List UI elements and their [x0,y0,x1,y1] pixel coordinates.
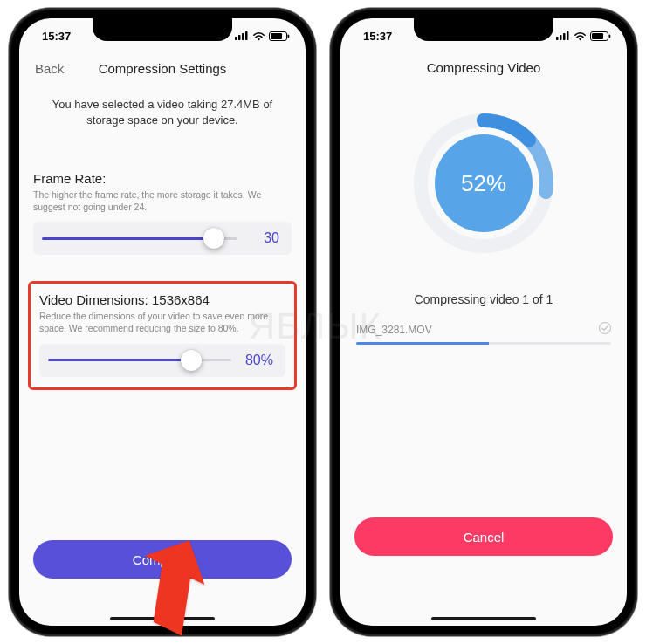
cancel-button-label: Cancel [464,530,505,545]
file-name: IMG_3281.MOV [356,324,432,336]
video-dimensions-desc: Reduce the dimensions of your video to s… [39,311,285,334]
status-time: 15:37 [42,30,71,43]
slider-thumb[interactable] [181,350,202,371]
svg-rect-0 [235,37,237,40]
phone-frame-left: 15:37 Back Compression Settings You have… [9,8,316,636]
svg-rect-1 [238,35,241,40]
status-icons [235,31,290,41]
frame-rate-slider[interactable]: 30 [33,222,292,255]
svg-rect-5 [271,33,282,39]
wifi-icon [252,31,265,41]
battery-icon [590,31,611,41]
status-time: 15:37 [363,30,392,43]
status-icons [556,31,611,41]
svg-rect-7 [556,37,559,40]
notch [93,18,232,41]
frame-rate-value: 30 [248,230,279,246]
check-icon [599,322,611,337]
signal-icon [556,31,570,40]
slider-thumb[interactable] [203,228,224,249]
file-progress-bar [356,342,611,345]
slider-track [48,359,231,361]
svg-rect-12 [592,33,603,39]
cancel-button[interactable]: Cancel [354,517,613,556]
svg-rect-8 [560,35,562,40]
svg-rect-6 [288,34,290,38]
video-dimensions-value: 80% [242,353,273,368]
home-indicator[interactable] [431,617,536,620]
video-dimensions-title: Video Dimensions: 1536x864 [39,292,285,307]
svg-rect-3 [245,31,248,40]
progress-message: Compressing video 1 of 1 [354,292,613,306]
info-text: You have selected a video taking 27.4MB … [33,83,292,127]
back-button[interactable]: Back [35,61,64,76]
svg-rect-10 [567,31,569,40]
progress-percent: 52% [461,170,506,196]
slider-track [42,237,237,240]
screen-right: 15:37 Compressing Video 52% [340,18,627,626]
progress-circle: 52% [354,109,613,257]
screen-left: 15:37 Back Compression Settings You have… [19,18,306,626]
page-title: Compression Settings [99,61,227,76]
svg-point-16 [600,323,611,334]
page-title: Compressing Video [354,53,613,83]
svg-rect-9 [563,33,566,40]
svg-rect-13 [609,34,611,38]
compress-button[interactable]: Compress [33,540,292,579]
frame-rate-section: Frame Rate: The higher the frame rate, t… [33,171,292,255]
highlight-box: Video Dimensions: 1536x864 Reduce the di… [28,281,297,389]
notch [414,18,553,41]
navbar: Back Compression Settings [33,53,292,83]
battery-icon [269,31,290,41]
compress-button-label: Compress [133,552,192,567]
frame-rate-title: Frame Rate: [33,171,292,186]
video-dimensions-section: Video Dimensions: 1536x864 Reduce the di… [33,281,292,389]
wifi-icon [574,31,587,41]
svg-rect-2 [242,33,244,40]
frame-rate-desc: The higher the frame rate, the more stor… [33,189,292,213]
video-dimensions-slider[interactable]: 80% [39,344,285,377]
phone-frame-right: 15:37 Compressing Video 52% [330,8,637,636]
file-row: IMG_3281.MOV [354,322,613,345]
signal-icon [235,31,249,40]
home-indicator[interactable] [110,617,215,620]
